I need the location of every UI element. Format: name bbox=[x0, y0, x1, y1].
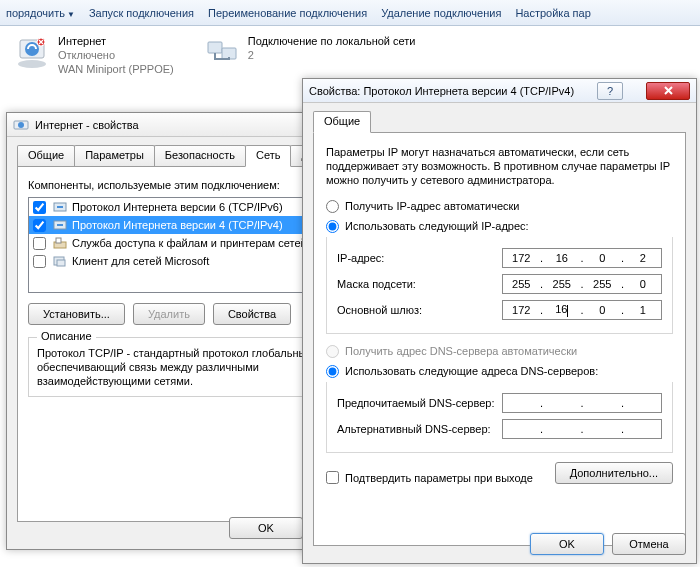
tab-general[interactable]: Общие bbox=[17, 145, 75, 167]
cancel-button[interactable]: Отмена bbox=[612, 533, 686, 555]
radio-label: Использовать следующие адреса DNS-сервер… bbox=[345, 365, 598, 377]
radio-label: Использовать следующий IP-адрес: bbox=[345, 220, 529, 232]
text-caret bbox=[567, 305, 568, 317]
lan-icon bbox=[204, 34, 240, 70]
window-title: Интернет - свойства bbox=[35, 119, 139, 131]
ip-auto-radio-row[interactable]: Получить IP-адрес автоматически bbox=[326, 197, 673, 215]
subnet-mask-field[interactable]: 255. 255. 255. 0 bbox=[502, 274, 662, 294]
ipv4-properties-window: Свойства: Протокол Интернета версии 4 (T… bbox=[302, 78, 697, 564]
close-icon bbox=[663, 85, 674, 96]
adapter-lan[interactable]: Подключение по локальной сети 2 bbox=[204, 34, 416, 76]
remove-button: Удалить bbox=[133, 303, 205, 325]
dns-pref-field[interactable]: . . . bbox=[502, 393, 662, 413]
protocol-icon bbox=[52, 218, 68, 232]
ip-address-label: IP-адрес: bbox=[337, 252, 502, 264]
svg-rect-4 bbox=[208, 42, 222, 53]
adapter-name: Интернет bbox=[58, 34, 174, 48]
svg-rect-15 bbox=[57, 260, 65, 266]
ip-address-field[interactable]: 172. 16. 0. 2 bbox=[502, 248, 662, 268]
ip-field-group: IP-адрес: 172. 16. 0. 2 Маска подсети: 2… bbox=[326, 237, 673, 334]
component-label: Протокол Интернета версии 4 (TCP/IPv4) bbox=[72, 219, 283, 231]
close-button[interactable] bbox=[646, 82, 690, 100]
ip-manual-radio-row[interactable]: Использовать следующий IP-адрес: bbox=[326, 217, 673, 235]
radio-label: Получить IP-адрес автоматически bbox=[345, 200, 519, 212]
hint-text: Параметры IP могут назначаться автоматич… bbox=[326, 145, 673, 187]
dns-manual-radio-row[interactable]: Использовать следующие адреса DNS-сервер… bbox=[326, 362, 673, 380]
adapter-internet[interactable]: Интернет Отключено WAN Miniport (PPPOE) bbox=[14, 34, 174, 76]
network-adapters: Интернет Отключено WAN Miniport (PPPOE) … bbox=[0, 26, 700, 84]
component-label: Клиент для сетей Microsoft bbox=[72, 255, 209, 267]
client-icon bbox=[52, 254, 68, 268]
dns-alt-field[interactable]: . . . bbox=[502, 419, 662, 439]
svg-rect-11 bbox=[57, 224, 63, 226]
dialup-icon bbox=[14, 34, 50, 70]
adapter-name: Подключение по локальной сети bbox=[248, 34, 416, 48]
svg-point-7 bbox=[18, 122, 24, 128]
tab-security[interactable]: Безопасность bbox=[154, 145, 246, 167]
component-checkbox[interactable] bbox=[33, 255, 46, 268]
svg-point-0 bbox=[18, 60, 46, 68]
dns-auto-radio-row: Получить адрес DNS-сервера автоматически bbox=[326, 342, 673, 360]
help-button[interactable]: ? bbox=[597, 82, 623, 100]
dns-field-group: Предпочитаемый DNS-сервер: . . . Альтерн… bbox=[326, 382, 673, 453]
adapter-status: 2 bbox=[248, 48, 416, 62]
component-label: Протокол Интернета версии 6 (TCP/IPv6) bbox=[72, 201, 283, 213]
toolbar-item[interactable]: порядочить▼ bbox=[6, 7, 75, 19]
properties-button[interactable]: Свойства bbox=[213, 303, 291, 325]
subnet-mask-label: Маска подсети: bbox=[337, 278, 502, 290]
toolbar-item[interactable]: Запуск подключения bbox=[89, 7, 194, 19]
dns-auto-radio bbox=[326, 345, 339, 358]
component-checkbox[interactable] bbox=[33, 219, 46, 232]
ip-auto-radio[interactable] bbox=[326, 200, 339, 213]
confirm-checkbox[interactable] bbox=[326, 471, 339, 484]
confirm-on-exit-row[interactable]: Подтвердить параметры при выходе bbox=[326, 471, 555, 484]
svg-rect-9 bbox=[57, 206, 63, 208]
service-icon bbox=[52, 236, 68, 250]
adapter-status: Отключено bbox=[58, 48, 174, 62]
gateway-field[interactable]: 172. 16. 0. 1 bbox=[502, 300, 662, 320]
dns-alt-label: Альтернативный DNS-сервер: bbox=[337, 423, 502, 435]
ok-button[interactable]: OK bbox=[229, 517, 303, 539]
toolbar-item[interactable]: Переименование подключения bbox=[208, 7, 367, 19]
tab-panel-general: Параметры IP могут назначаться автоматич… bbox=[313, 132, 686, 546]
ip-manual-radio[interactable] bbox=[326, 220, 339, 233]
adapter-device: WAN Miniport (PPPOE) bbox=[58, 62, 174, 76]
install-button[interactable]: Установить... bbox=[28, 303, 125, 325]
explorer-toolbar: порядочить▼ Запуск подключения Переимено… bbox=[0, 0, 700, 26]
ok-button[interactable]: OK bbox=[530, 533, 604, 555]
toolbar-item[interactable]: Удаление подключения bbox=[381, 7, 501, 19]
tab-general[interactable]: Общие bbox=[313, 111, 371, 133]
component-label: Служба доступа к файлам и принтерам сете… bbox=[72, 237, 307, 249]
dns-manual-radio[interactable] bbox=[326, 365, 339, 378]
tab-options[interactable]: Параметры bbox=[74, 145, 155, 167]
confirm-label: Подтвердить параметры при выходе bbox=[345, 472, 533, 484]
component-checkbox[interactable] bbox=[33, 201, 46, 214]
window-titlebar[interactable]: Свойства: Протокол Интернета версии 4 (T… bbox=[303, 79, 696, 103]
dns-pref-label: Предпочитаемый DNS-сервер: bbox=[337, 397, 502, 409]
description-title: Описание bbox=[37, 330, 96, 342]
radio-label: Получить адрес DNS-сервера автоматически bbox=[345, 345, 577, 357]
tabstrip: Общие bbox=[313, 111, 686, 133]
window-title: Свойства: Протокол Интернета версии 4 (T… bbox=[309, 85, 574, 97]
gateway-label: Основной шлюз: bbox=[337, 304, 502, 316]
advanced-button[interactable]: Дополнительно... bbox=[555, 462, 673, 484]
dialup-icon bbox=[13, 119, 29, 131]
tab-network[interactable]: Сеть bbox=[245, 145, 291, 167]
protocol-icon bbox=[52, 200, 68, 214]
toolbar-item[interactable]: Настройка пар bbox=[515, 7, 590, 19]
component-checkbox[interactable] bbox=[33, 237, 46, 250]
svg-rect-13 bbox=[56, 238, 61, 243]
